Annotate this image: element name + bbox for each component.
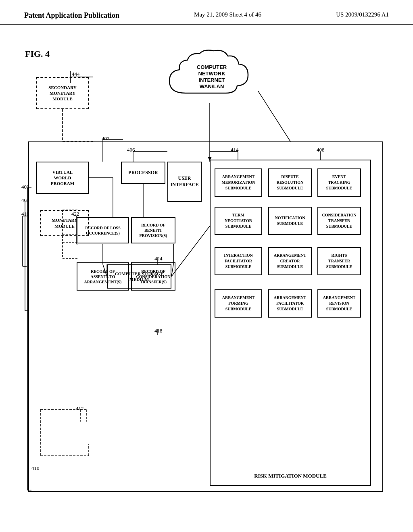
header-center: May 21, 2009 Sheet 4 of 46 [194, 11, 261, 18]
processor-box: PROCESSOR [121, 162, 165, 184]
submodule-arrangement-revision: ARRANGEMENT REVISION SUBMODULE [317, 289, 361, 318]
submodule-term-negotiator: TERM NEGOTIATOR SUBMODULE [215, 207, 262, 235]
computer-storage-medium: COMPUTER STORAGE MEDIUM [107, 264, 171, 289]
risk-mitigation-module: RISK MITIGATION MODULE ARRANGEMENT MEMOR… [210, 160, 371, 486]
submodule-rights-transfer: RIGHTS TRANSFER SUBMODULE [317, 247, 361, 275]
label-402: 402 [102, 135, 110, 142]
svg-text:NETWORK: NETWORK [198, 71, 225, 77]
page-header: Patent Application Publication May 21, 2… [0, 0, 413, 25]
header-right: US 2009/0132296 A1 [336, 11, 389, 18]
diagram-area: FIG. 4 444 402 406 414 408 400 404 416 4… [0, 25, 413, 500]
record-loss-occurrence: RECORD OF LOSS OCCURRENCE(S) [77, 217, 129, 243]
svg-line-10 [258, 91, 290, 141]
svg-text:INTERNET: INTERNET [199, 77, 225, 83]
risk-module-label: RISK MITIGATION MODULE [254, 473, 327, 479]
secondary-monetary-module: SECONDARY MONETARY MODULE [36, 77, 89, 109]
user-interface-box: USER INTERFACE [167, 162, 202, 202]
submodule-arrangement-memorization: ARRANGEMENT MEMORIZATION SUBMODULE [215, 168, 262, 197]
submodule-notification: NOTIFICATION SUBMODULE [268, 207, 312, 235]
submodule-consideration-transfer: CONSIDERATION TRANSFER SUBMODULE [317, 207, 361, 235]
header-left: Patent Application Publication [24, 11, 119, 20]
cloud-shape: COMPUTER NETWORK INTERNET WAN/LAN [161, 49, 262, 105]
submodule-arrangement-facilitator: ARRANGEMENT FACILITATOR SUBMODULE [268, 289, 312, 318]
fig-label: FIG. 4 [25, 49, 50, 59]
label-444: 444 [72, 71, 80, 77]
submodule-arrangement-forming: ARRANGEMENT FORMING SUBMODULE [215, 289, 262, 318]
submodule-event-tracking: EVENT TRACKING SUBMODULE [317, 168, 361, 197]
virtual-world-program: VIRTUAL WORLD PROGRAM [36, 162, 89, 194]
submodule-dispute-resolution: DISPUTE RESOLUTION SUBMODULE [268, 168, 312, 197]
submodule-interaction-facilitator: INTERACTION FACILITATOR SUBMODULE [215, 247, 262, 275]
record-benefit-provision: RECORD OF BENEFIT PROVISION(S) [131, 217, 175, 243]
svg-text:WAN/LAN: WAN/LAN [200, 83, 224, 89]
svg-text:COMPUTER: COMPUTER [197, 64, 227, 70]
submodule-arrangement-creator: ARRANGEMENT CREATOR SUBMODULE [268, 247, 312, 275]
